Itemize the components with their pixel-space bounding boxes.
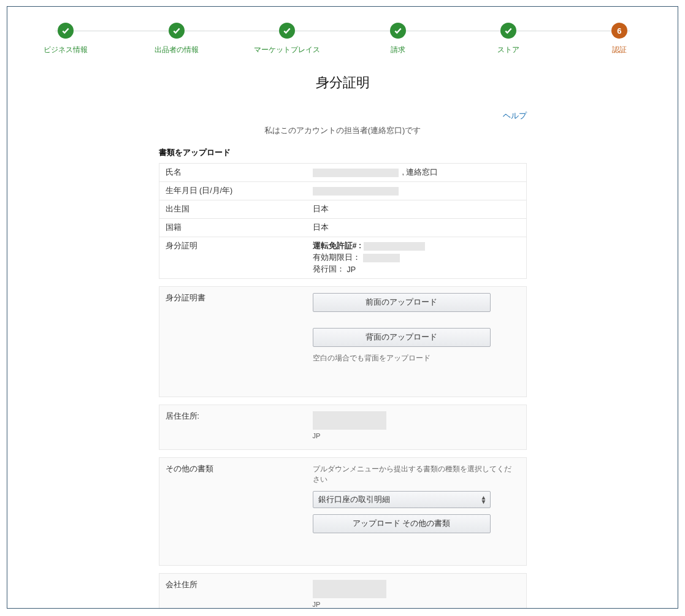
content-column: ヘルプ 私はこのアカウントの担当者(連絡窓口)です 書類をアップロード 氏名 ,… [159, 110, 527, 609]
step-store[interactable]: ストア [481, 23, 536, 55]
step-verification[interactable]: 6 認証 [592, 23, 647, 55]
label-identity-doc: 身分証明 [159, 237, 307, 278]
identity-info-table: 氏名 , 連絡窓口 生年月日 (日/月/年) 出生国 日本 [159, 163, 527, 279]
residence-country: JP [313, 432, 516, 439]
expiry-prefix: 有効期限日： [313, 253, 361, 263]
step-label: ビジネス情報 [44, 45, 88, 55]
step-billing[interactable]: 請求 [370, 23, 426, 55]
id-doc-label: 身分証明書 [159, 287, 307, 397]
main-content: 身分証明 ヘルプ 私はこのアカウントの担当者(連絡窓口)です 書類をアップロード… [7, 63, 678, 609]
help-row: ヘルプ [159, 110, 527, 121]
company-country: JP [313, 601, 516, 608]
step-label: 認証 [612, 45, 627, 55]
label-birth-country: 出生国 [159, 200, 307, 218]
other-docs-label: その他の書類 [159, 458, 307, 565]
other-documents-card: その他の書類 プルダウンメニューから提出する書類の種類を選択してください 銀行口… [159, 457, 527, 566]
label-dob: 生年月日 (日/月/年) [159, 182, 307, 200]
other-docs-instruction: プルダウンメニューから提出する書類の種類を選択してください [313, 464, 516, 485]
value-birth-country: 日本 [307, 200, 526, 218]
issuing-value: JP [347, 265, 356, 274]
row-dob: 生年月日 (日/月/年) [159, 182, 526, 200]
redacted-license [364, 242, 425, 251]
name-suffix: , 連絡窓口 [402, 167, 438, 178]
row-name: 氏名 , 連絡窓口 [159, 164, 526, 182]
row-nationality: 国籍 日本 [159, 219, 526, 237]
value-name: , 連絡窓口 [307, 164, 526, 181]
doc-type-select-wrap: 銀行口座の取引明細 ▲▼ [313, 491, 491, 508]
redacted-expiry [363, 254, 400, 262]
label-name: 氏名 [159, 164, 307, 181]
row-identity-doc: 身分証明 運転免許証# : 有効期限日： [159, 237, 526, 278]
value-nationality: 日本 [307, 219, 526, 237]
step-marketplace[interactable]: マーケットプレイス [259, 23, 315, 55]
check-icon [169, 23, 185, 39]
license-prefix: 運転免許証# : [313, 241, 362, 251]
value-identity-doc: 運転免許証# : 有効期限日： 発行国： JP [307, 237, 526, 278]
redacted-company-address [313, 580, 386, 598]
page-title: 身分証明 [316, 74, 370, 92]
check-icon [58, 23, 74, 39]
company-address-label: 会社住所 [159, 574, 307, 609]
issuing-prefix: 発行国： [313, 264, 345, 275]
upload-other-doc-button[interactable]: アップロード その他の書類 [313, 514, 491, 533]
step-seller-info[interactable]: 出品者の情報 [149, 23, 204, 55]
company-address-card: 会社住所 JP [159, 573, 527, 609]
redacted-dob [313, 187, 399, 196]
redacted-residence-address [313, 411, 386, 430]
residential-address-card: 居住住所: JP [159, 405, 527, 450]
check-icon [500, 23, 516, 39]
label-nationality: 国籍 [159, 219, 307, 237]
step-number-icon: 6 [611, 23, 627, 39]
upload-docs-heading: 書類をアップロード [159, 147, 527, 158]
step-label: 請求 [391, 45, 405, 55]
redacted-name [313, 169, 399, 177]
help-link[interactable]: ヘルプ [503, 111, 527, 120]
check-icon [390, 23, 406, 39]
doc-type-select[interactable]: 銀行口座の取引明細 [313, 491, 491, 508]
stepper: ビジネス情報 出品者の情報 マーケットプレイス 請求 ストア [7, 7, 678, 63]
upload-back-hint: 空白の場合でも背面をアップロード [313, 353, 516, 363]
step-label: ストア [497, 45, 519, 55]
check-icon [279, 23, 295, 39]
upload-front-button[interactable]: 前面のアップロード [313, 293, 491, 312]
step-label: マーケットプレイス [254, 45, 320, 55]
residence-label: 居住住所: [159, 405, 307, 449]
step-business-info[interactable]: ビジネス情報 [38, 23, 93, 55]
value-dob [307, 182, 526, 200]
upload-back-button[interactable]: 背面のアップロード [313, 328, 491, 347]
step-label: 出品者の情報 [155, 45, 199, 55]
account-role-text: 私はこのアカウントの担当者(連絡窓口)です [159, 125, 527, 136]
id-document-upload-card: 身分証明書 前面のアップロード 背面のアップロード 空白の場合でも背面をアップロ… [159, 286, 527, 397]
row-birth-country: 出生国 日本 [159, 200, 526, 219]
page-frame: ビジネス情報 出品者の情報 マーケットプレイス 請求 ストア [7, 6, 678, 609]
